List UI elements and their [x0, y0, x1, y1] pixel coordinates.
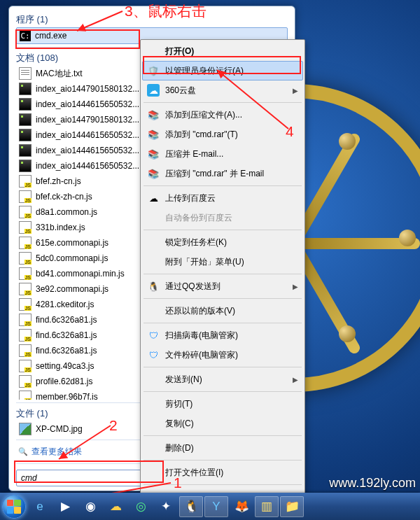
- doc-label: 4281.ckeditor.js: [36, 300, 94, 309]
- doc-label: index_aio1444615650532...: [36, 161, 139, 171]
- js-file-icon: [19, 190, 31, 203]
- bat-file-icon: [19, 129, 31, 141]
- watermark: www.192ly.com: [329, 476, 416, 491]
- doc-label: profile.62d81.js: [36, 377, 92, 386]
- doc-label: index_aio1444615650532...: [36, 146, 139, 155]
- js-file-icon: [19, 252, 31, 265]
- doc-label: find.6c326a81.js: [36, 330, 97, 340]
- ctx-pin-taskbar[interactable]: 锁定到任务栏(K): [142, 232, 303, 252]
- ctx-baidu-auto: 自动备份到百度云: [142, 208, 303, 227]
- ctx-qq-send[interactable]: 🐧通过QQ发送到▶: [142, 276, 303, 296]
- taskbar-notes[interactable]: ▥: [255, 496, 279, 517]
- js-file-icon: [19, 237, 31, 249]
- js-file-icon: [19, 298, 31, 311]
- txt-file-icon: [19, 67, 31, 80]
- ctx-baidu-upload[interactable]: ☁上传到百度云: [142, 188, 303, 208]
- taskbar-app2[interactable]: 🦊: [230, 496, 253, 517]
- taskbar-360se[interactable]: ◎: [129, 496, 153, 517]
- taskbar-yy[interactable]: Y: [204, 496, 228, 517]
- programs-header: 程序 (1): [16, 13, 288, 26]
- bat-file-icon: [19, 113, 31, 126]
- bat-file-icon: [19, 98, 31, 111]
- qq-icon: 🐧: [147, 280, 160, 293]
- doc-label: member.96b7f.js: [36, 392, 98, 400]
- context-menu: 打开(O) 🛡️以管理员身份运行(A) ☁360云盘▶ 📚添加到压缩文件(A).…: [140, 39, 305, 509]
- ctx-open[interactable]: 打开(O): [142, 41, 303, 61]
- image-icon: [19, 423, 31, 435]
- js-file-icon: [19, 283, 31, 295]
- ctx-pin-start[interactable]: 附到「开始」菜单(U): [142, 252, 303, 272]
- taskbar-app1[interactable]: ✦: [154, 496, 178, 517]
- js-file-icon: [19, 267, 31, 280]
- winrar-icon: 📚: [147, 128, 160, 141]
- cmd-icon: C:: [20, 30, 31, 41]
- doc-label: 615e.commonapi.js: [36, 238, 108, 248]
- windows-logo-icon: [2, 495, 26, 519]
- js-file-icon: [19, 314, 31, 326]
- doc-label: index_aio1447901580132...: [36, 84, 139, 94]
- taskbar: e ▶ ◉ ☁ ◎ ✦ 🐧 Y 🦊 ▥ 📁: [0, 493, 420, 520]
- doc-label: index_aio1447901580132...: [36, 115, 139, 125]
- taskbar-qq[interactable]: 🐧: [179, 496, 203, 517]
- baidu-icon: ☁: [147, 192, 160, 204]
- shield-icon: 🛡️: [147, 64, 160, 77]
- program-label: cmd.exe: [35, 31, 66, 41]
- js-file-icon: [19, 329, 31, 342]
- file-label: XP-CMD.jpg: [36, 424, 83, 434]
- doc-label: index_aio1444615650532...: [36, 99, 139, 109]
- ctx-delete[interactable]: 删除(D): [142, 438, 303, 458]
- js-file-icon: [19, 375, 31, 388]
- taskbar-folder[interactable]: 📁: [280, 496, 304, 517]
- guanjia-icon: 🛡: [147, 329, 160, 342]
- bat-file-icon: [19, 160, 31, 172]
- ctx-open-location[interactable]: 打开文件位置(I): [142, 463, 303, 482]
- bat-file-icon: [19, 83, 31, 95]
- taskbar-360cloud[interactable]: ☁: [104, 496, 127, 517]
- ctx-copy[interactable]: 复制(C): [142, 414, 303, 433]
- doc-label: MAC地址.txt: [36, 68, 83, 80]
- guanjia-icon: 🛡: [147, 349, 160, 361]
- ctx-zip-cmd-email[interactable]: 📚压缩到 "cmd.rar" 并 E-mail: [142, 164, 303, 183]
- doc-label: 331b.index.js: [36, 223, 85, 232]
- ctx-add-archive[interactable]: 📚添加到压缩文件(A)...: [142, 105, 303, 125]
- js-file-icon: [19, 360, 31, 372]
- js-file-icon: [19, 206, 31, 218]
- bat-file-icon: [19, 144, 31, 157]
- winrar-icon: 📚: [147, 108, 160, 121]
- doc-label: index_aio1444615650532...: [36, 130, 139, 140]
- doc-label: 3e92.commonapi.js: [36, 284, 108, 294]
- doc-label: find.6c326a81.js: [36, 346, 97, 356]
- doc-label: bfef.zh-cn.js: [36, 176, 81, 186]
- winrar-icon: 📚: [147, 148, 160, 160]
- js-file-icon: [19, 175, 31, 188]
- js-file-icon: [19, 344, 31, 357]
- start-button[interactable]: [0, 493, 27, 520]
- ctx-run-as-admin[interactable]: 🛡️以管理员身份运行(A): [142, 61, 303, 80]
- taskbar-mediaplayer[interactable]: ▶: [53, 496, 77, 517]
- doc-label: find.6c326a81.js: [36, 315, 97, 325]
- doc-label: 5dc0.commonapi.js: [36, 253, 108, 263]
- ctx-zip-email[interactable]: 📚压缩并 E-mail...: [142, 144, 303, 164]
- ctx-restore[interactable]: 还原以前的版本(V): [142, 301, 303, 321]
- doc-label: bfef.ck-zh-cn.js: [36, 192, 92, 202]
- ctx-cut[interactable]: 剪切(T): [142, 394, 303, 414]
- taskbar-ie[interactable]: e: [28, 496, 52, 517]
- doc-label: setting.49ca3.js: [36, 361, 94, 371]
- taskbar-chrome[interactable]: ◉: [78, 496, 102, 517]
- ctx-360-cloud[interactable]: ☁360云盘▶: [142, 80, 303, 100]
- ctx-scan[interactable]: 🛡扫描病毒(电脑管家): [142, 325, 303, 345]
- ctx-add-cmd-rar[interactable]: 📚添加到 "cmd.rar"(T): [142, 125, 303, 144]
- js-file-icon: [19, 221, 31, 234]
- doc-label: bd41.commonapi.min.js: [36, 269, 125, 279]
- js-file-icon: [19, 391, 31, 400]
- ctx-shred[interactable]: 🛡文件粉碎(电脑管家): [142, 345, 303, 365]
- cloud360-icon: ☁: [147, 84, 160, 97]
- search-icon: 🔍: [18, 447, 29, 458]
- doc-label: d8a1.common.js: [36, 207, 97, 217]
- winrar-icon: 📚: [147, 167, 160, 180]
- ctx-sendto[interactable]: 发送到(N)▶: [142, 370, 303, 389]
